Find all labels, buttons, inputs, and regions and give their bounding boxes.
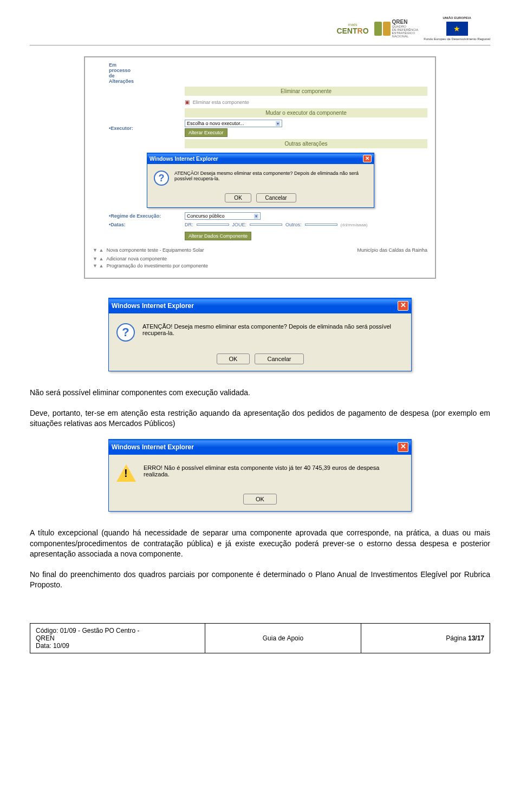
paragraph-2: Deve, portanto, ter-se em atenção esta r…	[30, 408, 490, 429]
ok-button[interactable]: OK	[225, 193, 251, 202]
regime-select[interactable]: Concurso público ▾	[185, 212, 261, 220]
footer-page-cell: Página 13/17	[361, 623, 490, 653]
tree-toggle-icon: ▼ ▲	[93, 263, 103, 269]
cancel-button[interactable]: Cancelar	[256, 193, 296, 202]
regime-label: •Regime de Execução:	[109, 213, 185, 219]
ie-confirm-dialog-large: Windows Internet Explorer ✕ ? ATENÇÃO! D…	[108, 298, 412, 371]
dialog-message: ATENÇÃO! Deseja mesmo eliminar esta comp…	[174, 171, 367, 181]
band-outras: Outras alterações	[185, 139, 427, 148]
tree-item-right: Município das Caldas da Rainha	[357, 247, 427, 253]
date-outros-input[interactable]	[305, 224, 337, 226]
ok-button[interactable]: OK	[243, 494, 277, 505]
tree-item-adicionar[interactable]: ▼ ▲ Adicionar nova componente	[93, 256, 427, 261]
date-dr-input[interactable]	[197, 224, 229, 226]
logo-qren: QREN QUADRO DE REFERÊNCIA ESTRATÉGICO NA…	[374, 16, 419, 41]
qren-label: QREN	[392, 19, 419, 25]
dialog-title: Windows Internet Explorer	[112, 443, 194, 451]
dialog-title: Windows Internet Explorer	[150, 156, 218, 162]
executor-select[interactable]: Escolha o novo executor... ▾	[185, 120, 282, 127]
band-eliminar: Eliminar componente	[185, 87, 427, 96]
delete-icon: ▣	[185, 99, 190, 105]
footer-table: Código: 01/09 - Gestão PO Centro - QREN …	[30, 623, 490, 653]
alterar-dados-button[interactable]: Alterar Dados Componente	[185, 232, 251, 240]
close-icon[interactable]: ✕	[398, 301, 408, 311]
tree-item-componente[interactable]: ▼ ▲ Nova componente teste - Equipamento …	[93, 247, 204, 253]
paragraph-3: A título excepcional (quando há necessid…	[30, 528, 490, 560]
datas-label: •Datas:	[109, 222, 185, 227]
dialog-title: Windows Internet Explorer	[112, 302, 194, 310]
footer-code-cell: Código: 01/09 - Gestão PO Centro - QREN …	[30, 623, 205, 653]
document-header: mais CENTRO QREN QUADRO DE REFERÊNCIA ES…	[30, 16, 490, 45]
ie-error-dialog-large: Windows Internet Explorer ✕ ERRO! Não é …	[108, 439, 412, 512]
dialog-message: ATENÇÃO! Deseja mesmo eliminar esta comp…	[142, 323, 404, 336]
paragraph-1: Não será possível eliminar componentes c…	[30, 388, 490, 398]
question-icon: ?	[154, 171, 169, 186]
paragraph-4: No final do preenchimento dos quadros pa…	[30, 569, 490, 591]
eu-flag-icon: ★	[446, 22, 468, 36]
logo-mais-centro: mais CENTRO	[336, 16, 368, 41]
warning-icon	[116, 464, 136, 482]
footer-title-cell: Guia de Apoio	[205, 623, 361, 653]
tree-toggle-icon: ▼ ▲	[93, 256, 103, 261]
chevron-down-icon: ▾	[254, 214, 258, 219]
band-mudar: Mudar o executor da componente	[185, 108, 427, 117]
executor-label: •Executor:	[109, 126, 185, 131]
status-label: Em processo de Alterações	[109, 62, 427, 84]
alterar-executor-button[interactable]: Alterar Executor	[185, 128, 227, 137]
logo-eu: UNIÃO EUROPEIA ★ Fundo Europeu de Desenv…	[424, 16, 490, 41]
dialog-message: ERRO! Não é possível eliminar esta compo…	[144, 464, 404, 477]
close-icon[interactable]: ✕	[398, 442, 408, 452]
cancel-button[interactable]: Cancelar	[255, 353, 303, 364]
chevron-down-icon: ▾	[276, 121, 280, 126]
eliminar-link-row[interactable]: ▣ Eliminar esta componente	[185, 98, 427, 106]
close-icon[interactable]: ✕	[363, 155, 372, 162]
date-joue-input[interactable]	[250, 224, 282, 226]
ok-button[interactable]: OK	[217, 353, 250, 364]
form-screenshot-frame: Em processo de Alterações Eliminar compo…	[84, 56, 436, 279]
tree-toggle-icon: ▼ ▲	[93, 247, 103, 253]
ie-confirm-dialog-small: Windows Internet Explorer ✕ ? ATENÇÃO! D…	[147, 153, 374, 208]
tree-item-programacao[interactable]: ▼ ▲ Programação do investimento por comp…	[93, 263, 427, 269]
question-icon: ?	[116, 323, 135, 342]
